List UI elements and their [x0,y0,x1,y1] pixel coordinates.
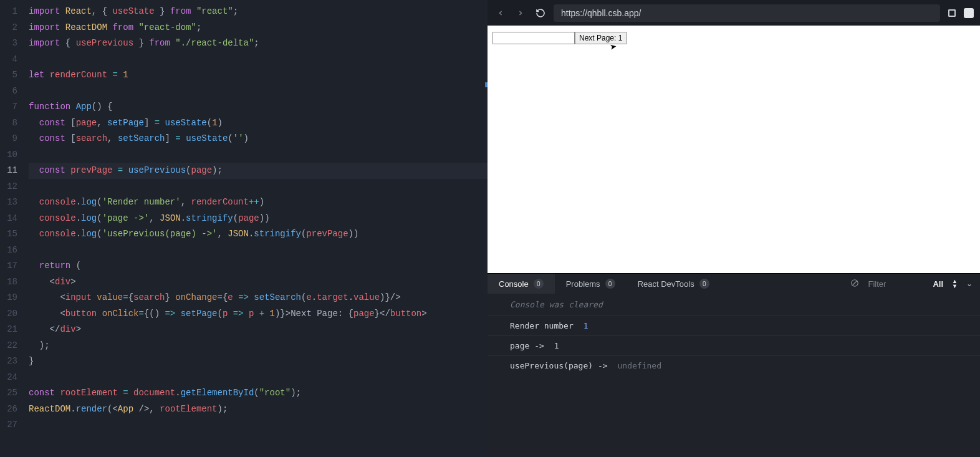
tab-count-badge: 0 [699,279,709,289]
tab-count-badge: 0 [534,279,544,289]
line-number: 8 [0,115,17,132]
line-number: 10 [0,147,17,163]
line-number: 2 [0,20,17,36]
line-number: 20 [0,306,17,322]
console-log-row: usePrevious(page) ->undefined [488,356,980,375]
line-number: 14 [0,211,17,227]
browser-toolbar [488,0,980,26]
line-number: 16 [0,243,17,259]
line-number: 17 [0,258,17,274]
line-number: 21 [0,322,17,338]
refresh-icon[interactable] [534,6,547,20]
console-log-row: page ->1 [488,336,980,356]
devtools-collapse-icon[interactable]: ⌄ [966,279,973,288]
svg-line-1 [853,281,857,285]
code-line[interactable]: console.log('page ->', JSON.stringify(pa… [29,211,488,227]
line-number: 13 [0,195,17,211]
preview-pane: Next Page: 1 ➤ [488,26,980,273]
code-line[interactable]: return ( [29,258,488,274]
nav-back-icon[interactable] [494,6,507,20]
code-line[interactable]: const [page, setPage] = useState(1) [29,115,488,132]
code-line[interactable]: ReactDOM.render(<App />, rootElement); [29,402,488,418]
code-line[interactable]: const [search, setSearch] = useState('') [29,131,488,147]
line-number: 3 [0,36,17,52]
devtools-tab-console[interactable]: Console0 [488,274,555,294]
preview-next-page-button[interactable]: Next Page: 1 [575,32,627,44]
devtools-panel: Console0Problems0React DevTools0 All ▲▼ … [488,273,980,457]
code-line[interactable]: } [29,354,488,370]
code-line[interactable]: import ReactDOM from "react-dom"; [29,20,488,36]
tab-count-badge: 0 [605,279,615,289]
line-number: 5 [0,67,17,84]
line-number: 18 [0,274,17,291]
line-number: 26 [0,402,17,418]
devtools-tabs: Console0Problems0React DevTools0 All ▲▼ … [488,274,980,294]
tab-label: Console [499,279,529,289]
log-level-updown-icon: ▲▼ [952,279,958,289]
code-line[interactable]: function App() { [29,99,488,115]
line-number: 4 [0,52,17,68]
devtools-tab-react-devtools[interactable]: React DevTools0 [627,274,721,294]
code-line[interactable]: let renderCount = 1 [29,67,488,84]
code-line[interactable]: <button onClick={() => setPage(p => p + … [29,306,488,322]
clear-console-icon[interactable] [850,279,859,289]
line-number: 11 [0,163,17,179]
console-log-area[interactable]: Console was cleared Render number1page -… [488,294,980,457]
console-log-message: Render number [510,321,574,330]
code-line[interactable] [29,417,488,433]
code-line[interactable]: import { usePrevious } from "./react-del… [29,36,488,52]
console-log-value: 1 [584,321,588,330]
console-log-value: undefined [618,361,661,370]
code-line[interactable] [29,370,488,386]
console-cleared-message: Console was cleared [488,294,980,316]
code-line[interactable]: import React, { useState } from "react"; [29,4,488,20]
code-line[interactable] [29,84,488,100]
maximize-icon[interactable] [964,8,974,18]
line-number: 6 [0,84,17,100]
code-line[interactable]: console.log('usePrevious(page) ->', JSON… [29,226,488,243]
line-number-gutter: 1234567891011121314151617181920212223242… [0,0,29,457]
code-line[interactable]: <input value={search} onChange={e => set… [29,290,488,306]
devtools-tab-problems[interactable]: Problems0 [555,274,627,294]
code-line[interactable] [29,179,488,195]
preview-text-input[interactable] [492,32,575,44]
line-number: 22 [0,338,17,354]
code-line[interactable] [29,147,488,163]
code-line[interactable]: </div> [29,322,488,338]
console-log-value: 1 [554,341,559,350]
line-number: 7 [0,99,17,115]
tab-label: Problems [566,279,600,289]
open-window-icon[interactable] [946,7,958,19]
nav-forward-icon[interactable] [514,6,527,20]
line-number: 24 [0,370,17,386]
line-number: 1 [0,4,17,20]
code-area[interactable]: import React, { useState } from "react";… [29,0,488,457]
line-number: 9 [0,131,17,147]
line-number: 23 [0,354,17,370]
line-number: 25 [0,385,17,402]
line-number: 12 [0,179,17,195]
address-bar[interactable] [554,4,940,22]
console-log-message: page -> [510,341,544,350]
tab-label: React DevTools [638,279,694,289]
code-line[interactable]: <div> [29,274,488,291]
code-line[interactable]: console.log('Render number', renderCount… [29,195,488,211]
code-line[interactable]: const rootElement = document.getElementB… [29,385,488,402]
code-line[interactable]: ); [29,338,488,354]
console-log-row: Render number1 [488,316,980,336]
line-number: 15 [0,226,17,243]
console-log-message: usePrevious(page) -> [510,361,608,370]
code-line[interactable] [29,52,488,68]
code-line[interactable] [29,243,488,259]
code-editor[interactable]: 1234567891011121314151617181920212223242… [0,0,488,457]
line-number: 19 [0,290,17,306]
line-number: 27 [0,417,17,433]
mouse-cursor-icon: ➤ [609,41,617,52]
code-line[interactable]: const prevPage = usePrevious(page); [29,163,488,179]
console-filter-input[interactable] [868,279,924,289]
log-level-select[interactable]: All [933,279,943,289]
